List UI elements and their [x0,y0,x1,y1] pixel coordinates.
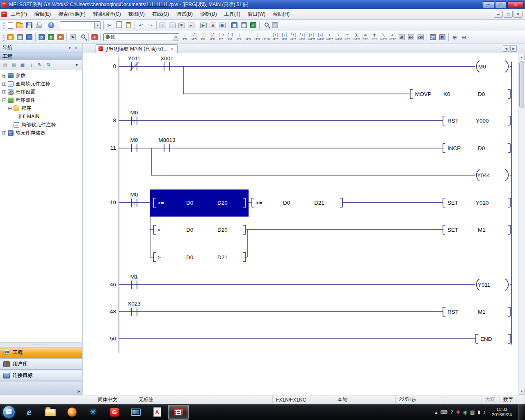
window-display-combo[interactable]: ▾ [60,21,101,29]
ladder-symbol-button-sF6[interactable]: └┤/├sF6 [208,32,217,43]
instruction-text[interactable]: >= [158,200,164,206]
cross-reference-button[interactable]: ⇄ [270,21,280,30]
zoom-in-button[interactable]: ⊕ [450,32,459,42]
device-label[interactable]: M0 [130,110,138,116]
ladder-symbol-button-aF7[interactable]: └↑├aF7 [289,32,298,43]
window-display-combo-dropdown-icon[interactable]: ▾ [94,22,100,29]
nav-paste-button[interactable]: ▦ [18,61,27,69]
ladder-symbol-button-F5[interactable]: ┤├F5 [180,32,189,43]
copy-button[interactable] [114,21,124,30]
ladder-symbol-button-F7[interactable]: ( )F7 [217,32,226,43]
device-comment-display-button[interactable]: D [37,32,46,42]
redo-button[interactable]: ↷ [146,21,155,30]
menu-diagnostics[interactable]: 诊断(D) [196,9,221,19]
statement-display-button[interactable]: st [397,32,406,42]
navigation-pin-icon[interactable]: ▾ [66,45,73,51]
check-program-button[interactable]: ✓ [249,21,258,30]
tab-close-icon[interactable]: × [170,46,175,51]
instruction-text[interactable]: Y000 [476,118,489,124]
tab-scroll-left-icon[interactable]: ◀ [503,45,509,52]
device-label[interactable]: M0 [130,192,138,198]
mdi-document-icon[interactable] [1,11,7,17]
scrollbar-track[interactable] [518,109,525,388]
ladder-symbol-button-saF5[interactable]: ┤↑├saF5 [307,32,316,43]
ladder-symbol-button-aF9[interactable]: ╪aF9 [370,32,379,43]
show-desktop-button[interactable] [518,404,523,420]
tree-expander-icon[interactable]: + [2,82,6,86]
instruction-text[interactable]: D0 [478,91,485,97]
ladder-symbol-button-F8[interactable]: [ ]F8 [226,32,235,43]
menu-window[interactable]: 窗口(W) [244,9,269,19]
menu-online[interactable]: 在线(O) [148,9,173,19]
ladder-symbol-button-sF5[interactable]: ┤/├sF5 [189,32,199,43]
mdi-restore-button[interactable]: □ [504,11,513,18]
save-project-button[interactable] [25,21,34,30]
instruction-text[interactable]: RST [447,118,459,124]
instruction-text[interactable]: SET [447,200,458,206]
remote-operation-button[interactable]: ▸ [186,21,196,30]
network-tray-icon[interactable]: ▮ [477,409,480,415]
tree-item-global-device-comment[interactable]: +全局软元件注释 [0,80,82,88]
instruction-text[interactable]: D0 [186,227,193,233]
tab-main-program[interactable]: [PRG]读取 MAIN (只读) 51... × [96,44,178,53]
connection-destination-button[interactable]: 连接目标 [0,370,82,381]
tree-item-local-device-comment[interactable]: 局部软元件注释 [0,121,82,129]
instruction-text[interactable]: D0 [186,254,193,260]
instruction-text[interactable]: D21 [314,200,324,206]
nav-copy-button[interactable]: ▥ [10,61,18,69]
project-view-button[interactable]: 工程 [0,347,82,358]
instruction-text[interactable]: D0 [478,145,485,151]
device-batch-monitor-button[interactable]: ▦ [230,21,239,30]
ladder-symbol-button-saF8[interactable]: ─↓─saF8 [334,32,343,43]
watch-window-button[interactable]: ▤ [239,21,249,30]
coil-arc[interactable] [505,61,508,72]
navigation-close-icon[interactable]: × [73,45,80,51]
ladder-editor-canvas[interactable]: 0Y011X001M0MOVPK0D08↑M0RSTY00011M0M8013I… [83,53,525,395]
instruction-text[interactable]: <= [256,200,262,206]
write-to-plc-button[interactable]: ↑ [158,21,167,30]
device-label-display-button[interactable]: D [46,32,56,42]
nav-info-button[interactable]: i [27,61,35,69]
nav-new-button[interactable]: ▤ [1,61,9,69]
hidden-icons-button[interactable]: ▴ [435,409,438,415]
instruction-text[interactable]: D0 [283,200,290,206]
ladder-symbol-button-saF7[interactable]: ─↑─saF7 [325,32,334,43]
taskbar-media-player[interactable]: ▸ [62,405,82,420]
mdi-minimize-button[interactable]: – [494,11,503,18]
tree-expander-icon[interactable]: - [8,107,12,110]
taskbar-remote-window[interactable] [126,405,146,420]
stop-monitor-button[interactable]: ■ [208,21,217,30]
verify-with-plc-button[interactable]: = [177,21,186,30]
tree-expander-icon[interactable]: + [2,74,6,78]
instruction-text[interactable]: INCP [447,145,461,151]
toolbar-grip-2[interactable] [3,34,5,41]
instruction-text[interactable]: < [158,227,161,233]
user-library-button[interactable]: 用户库 [0,358,82,370]
tree-item-program[interactable]: -程序 [0,104,82,112]
coil-label[interactable]: M0 [478,64,486,70]
read-mode-button[interactable]: R [438,32,447,42]
taskbar-tool-blue[interactable]: ✳ [83,405,103,420]
toolbar-grip[interactable] [3,22,5,29]
device-label[interactable]: X023 [128,301,141,307]
nav-sort-button[interactable]: ⇅ [44,61,52,69]
ladder-symbol-button-cF9[interactable]: ┆cF9 [253,32,262,43]
tree-item-program-setting[interactable]: +程序设置 [0,88,82,96]
menu-debug[interactable]: 调试(B) [173,9,196,19]
more-views-button[interactable]: » [77,388,80,394]
inline-st-button[interactable]: ST [428,32,438,42]
ladder-symbol-button-sF7[interactable]: ┤↑├sF7 [271,32,280,43]
tree-expander-icon[interactable]: - [2,98,6,102]
device-label[interactable]: M0 [130,137,138,143]
instruction-text[interactable]: RST [447,309,459,315]
ladder-symbol-button-F10[interactable]: ▭F10 [361,32,370,43]
open-project-button[interactable] [15,21,25,30]
ladder-edit-button[interactable]: ✎ [68,32,78,42]
instruction-text[interactable]: M1 [478,227,486,233]
menu-find-replace[interactable]: 搜索/替换(F) [55,9,89,19]
taskbar-clock[interactable]: 11:33 2016/9/24 [488,407,515,418]
instruction-text[interactable]: > [158,254,161,260]
coil-arc[interactable] [505,279,508,290]
cut-button[interactable]: ✂ [105,21,114,30]
mdi-close-button[interactable]: × [514,11,523,18]
